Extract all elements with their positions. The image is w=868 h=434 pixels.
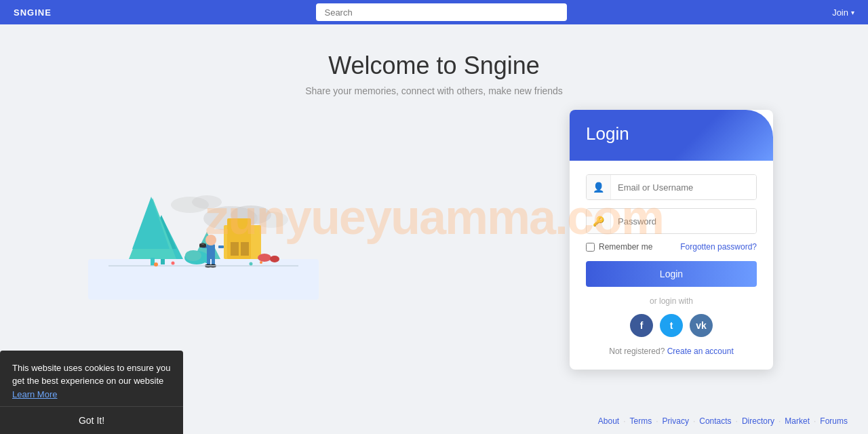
got-it-button[interactable]: Got It! xyxy=(12,412,171,429)
footer-about[interactable]: About xyxy=(598,416,619,426)
or-login-text: or login with xyxy=(586,296,757,306)
svg-point-36 xyxy=(260,261,262,264)
svg-point-19 xyxy=(185,250,201,261)
svg-rect-31 xyxy=(201,243,204,245)
footer-directory[interactable]: Directory xyxy=(742,416,774,426)
email-field[interactable] xyxy=(611,175,756,199)
chevron-down-icon: ▾ xyxy=(851,9,854,16)
login-card: Login 👤 🔑 Remember me Forgotten password xyxy=(570,110,773,370)
cookie-banner: This website uses cookies to ensure you … xyxy=(0,351,183,435)
svg-point-27 xyxy=(205,235,216,245)
hero-subtitle: Share your memories, connect with others… xyxy=(14,85,854,96)
login-body: 👤 🔑 Remember me Forgotten password? Logi… xyxy=(570,161,773,370)
cookie-button-row: Got It! xyxy=(0,406,183,434)
svg-point-5 xyxy=(192,195,222,209)
footer-right: About · Terms · Privacy · Contacts · Dir… xyxy=(598,416,848,426)
password-input-group: 🔑 xyxy=(586,208,757,234)
forgot-password-link[interactable]: Forgotten password? xyxy=(680,242,757,252)
learn-more-link[interactable]: Learn More xyxy=(12,389,57,399)
illustration xyxy=(0,110,407,300)
svg-rect-17 xyxy=(241,242,249,256)
remember-me-label[interactable]: Remember me xyxy=(586,242,652,252)
login-header: Login xyxy=(570,110,773,161)
email-input-group: 👤 xyxy=(586,174,757,200)
join-button[interactable]: Join ▾ xyxy=(832,7,854,18)
facebook-login-button[interactable]: f xyxy=(630,314,653,337)
footer-contacts[interactable]: Contacts xyxy=(699,416,731,426)
svg-point-34 xyxy=(172,262,175,265)
footer-privacy[interactable]: Privacy xyxy=(663,416,689,426)
svg-rect-16 xyxy=(231,242,239,256)
footer-forums[interactable]: Forums xyxy=(820,416,848,426)
vk-login-button[interactable]: vk xyxy=(690,314,713,337)
twitter-login-button[interactable]: t xyxy=(660,314,683,337)
login-button[interactable]: Login xyxy=(586,261,757,287)
brand-logo: SNGINE xyxy=(14,7,52,18)
hero-section: Welcome to Sngine Share your memories, c… xyxy=(0,24,868,110)
search-input[interactable] xyxy=(316,3,567,21)
svg-point-33 xyxy=(154,262,158,267)
search-wrapper xyxy=(52,3,832,21)
remember-me-checkbox[interactable] xyxy=(586,243,595,252)
navbar: SNGINE Join ▾ xyxy=(0,0,868,24)
svg-point-20 xyxy=(258,254,271,262)
remember-row: Remember me Forgotten password? xyxy=(586,242,757,252)
create-account-link[interactable]: Create an account xyxy=(667,347,734,356)
cookie-message: This website uses cookies to ensure you … xyxy=(12,361,171,401)
footer-market[interactable]: Market xyxy=(785,416,810,426)
svg-rect-0 xyxy=(88,259,319,300)
lock-icon: 🔑 xyxy=(587,209,611,233)
user-icon: 👤 xyxy=(587,175,611,199)
footer-terms[interactable]: Terms xyxy=(630,416,652,426)
login-title: Login xyxy=(586,123,757,144)
svg-point-35 xyxy=(250,262,253,266)
password-field[interactable] xyxy=(611,209,756,233)
register-row: Not registered? Create an account xyxy=(586,347,757,356)
svg-rect-29 xyxy=(218,245,224,248)
hero-title: Welcome to Sngine xyxy=(14,52,854,80)
svg-point-21 xyxy=(270,256,279,262)
social-login-icons: f t vk xyxy=(586,314,757,337)
